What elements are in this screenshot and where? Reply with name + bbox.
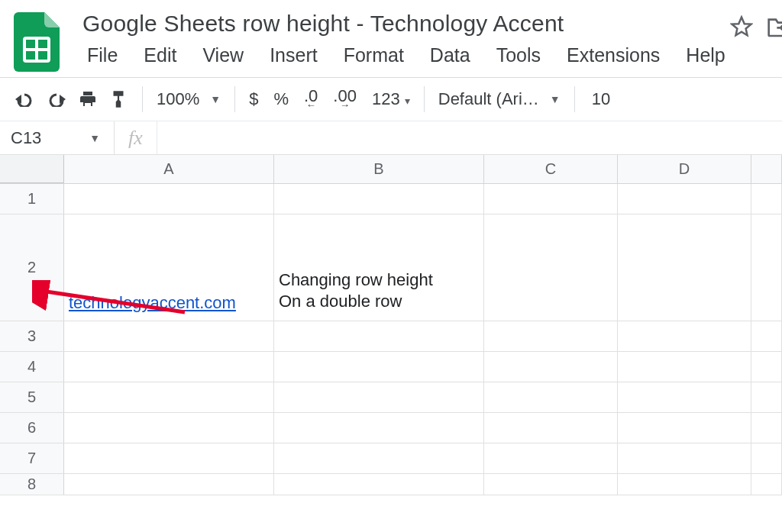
menu-bar: File Edit View Insert Format Data Tools … <box>82 41 730 77</box>
currency-button[interactable]: $ <box>249 89 258 109</box>
svg-marker-3 <box>732 18 751 36</box>
cell-B5[interactable] <box>274 382 484 412</box>
cell-D5[interactable] <box>618 382 751 412</box>
paint-format-icon[interactable] <box>108 89 128 109</box>
cell-E5[interactable] <box>751 382 782 412</box>
menu-data[interactable]: Data <box>425 43 475 68</box>
print-icon[interactable] <box>78 90 98 108</box>
font-name: Default (Ari… <box>438 89 539 109</box>
cell-D1[interactable] <box>618 184 751 214</box>
cell-C2[interactable] <box>484 214 618 321</box>
undo-icon[interactable] <box>14 92 35 107</box>
cell-D6[interactable] <box>618 413 751 443</box>
menu-help[interactable]: Help <box>681 43 729 68</box>
menu-view[interactable]: View <box>198 43 248 68</box>
cell-B2[interactable]: Changing row height On a double row <box>274 214 484 321</box>
cell-C3[interactable] <box>484 321 618 351</box>
cell-D3[interactable] <box>618 321 751 351</box>
cell-A7[interactable] <box>64 443 274 473</box>
row-header-6[interactable]: 6 <box>0 413 64 443</box>
cell-C4[interactable] <box>484 352 618 382</box>
fx-icon: fx <box>115 121 157 154</box>
toolbar: 100% ▼ $ % .0 ← .00 → 123 ▾ Default (Ari… <box>0 77 782 121</box>
cell-A3[interactable] <box>64 321 274 351</box>
increase-decimal-button[interactable]: .00 → <box>333 90 357 108</box>
cell-A2-link[interactable]: technologyaccent.com <box>69 293 236 318</box>
cell-C6[interactable] <box>484 413 618 443</box>
cell-C1[interactable] <box>484 184 618 214</box>
column-header-E[interactable] <box>751 155 782 183</box>
cell-A8[interactable] <box>64 474 274 495</box>
select-all-corner[interactable] <box>0 155 64 183</box>
row-header-7[interactable]: 7 <box>0 443 64 473</box>
menu-file[interactable]: File <box>82 43 122 68</box>
cell-B8[interactable] <box>274 474 484 495</box>
cell-E6[interactable] <box>751 413 782 443</box>
star-icon[interactable] <box>730 15 753 38</box>
chevron-down-icon: ▾ <box>405 95 410 107</box>
column-header-C[interactable]: C <box>484 155 618 183</box>
cell-E8[interactable] <box>751 474 782 495</box>
formula-input[interactable] <box>157 121 782 154</box>
cell-A5[interactable] <box>64 382 274 412</box>
font-select[interactable]: Default (Ari… ▼ <box>438 89 561 109</box>
column-header-B[interactable]: B <box>274 155 484 183</box>
menu-edit[interactable]: Edit <box>139 43 181 68</box>
cell-B7[interactable] <box>274 443 484 473</box>
name-box-value: C13 <box>11 128 41 148</box>
redo-icon[interactable] <box>46 92 67 107</box>
decrease-decimal-button[interactable]: .0 ← <box>304 90 318 108</box>
cell-B1[interactable] <box>274 184 484 214</box>
column-header-A[interactable]: A <box>64 155 274 183</box>
chevron-down-icon: ▼ <box>89 132 114 144</box>
cell-E2[interactable] <box>751 214 782 321</box>
cell-D4[interactable] <box>618 352 751 382</box>
chevron-down-icon: ▼ <box>550 93 561 105</box>
row-header-8[interactable]: 8 <box>0 474 64 495</box>
column-header-D[interactable]: D <box>618 155 751 183</box>
spreadsheet-grid: A B C D 1 2 technologyaccent.com Changin… <box>0 155 782 495</box>
cell-E7[interactable] <box>751 443 782 473</box>
row-header-3[interactable]: 3 <box>0 321 64 351</box>
zoom-value: 100% <box>157 89 199 109</box>
cell-C7[interactable] <box>484 443 618 473</box>
chevron-down-icon: ▼ <box>210 93 221 105</box>
menu-tools[interactable]: Tools <box>492 43 545 68</box>
cell-A2[interactable]: technologyaccent.com <box>64 214 274 321</box>
row-header-4[interactable]: 4 <box>0 352 64 382</box>
cell-D7[interactable] <box>618 443 751 473</box>
number-format-button[interactable]: 123 ▾ <box>372 89 410 109</box>
menu-extensions[interactable]: Extensions <box>562 43 664 68</box>
cell-D8[interactable] <box>618 474 751 495</box>
cell-B3[interactable] <box>274 321 484 351</box>
cell-B2-text: Changing row height On a double row <box>279 269 433 318</box>
cell-E4[interactable] <box>751 352 782 382</box>
sheets-logo-icon <box>14 12 60 72</box>
cell-E3[interactable] <box>751 321 782 351</box>
zoom-select[interactable]: 100% ▼ <box>157 89 221 109</box>
row-header-2[interactable]: 2 <box>0 214 64 321</box>
cell-B4[interactable] <box>274 352 484 382</box>
document-title[interactable]: Google Sheets row height - Technology Ac… <box>82 8 730 41</box>
row-header-1[interactable]: 1 <box>0 184 64 214</box>
menu-format[interactable]: Format <box>339 43 409 68</box>
cell-C8[interactable] <box>484 474 618 495</box>
cell-D2[interactable] <box>618 214 751 321</box>
cell-A6[interactable] <box>64 413 274 443</box>
move-to-folder-icon[interactable] <box>767 16 782 37</box>
cell-A4[interactable] <box>64 352 274 382</box>
cell-B6[interactable] <box>274 413 484 443</box>
cell-A1[interactable] <box>64 184 274 214</box>
percent-button[interactable]: % <box>273 89 289 109</box>
cell-C5[interactable] <box>484 382 618 412</box>
cell-E1[interactable] <box>751 184 782 214</box>
font-size-input[interactable]: 10 <box>589 89 610 109</box>
name-box[interactable]: C13 ▼ <box>0 121 115 154</box>
row-header-5[interactable]: 5 <box>0 382 64 412</box>
menu-insert[interactable]: Insert <box>265 43 322 68</box>
